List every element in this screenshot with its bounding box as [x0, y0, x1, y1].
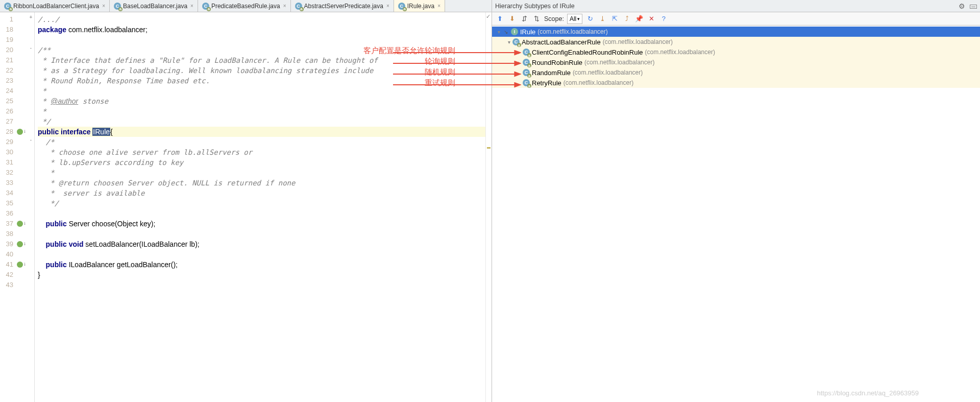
expand-toggle[interactable]: ▾ [495, 29, 502, 35]
java-class-icon: C [114, 3, 121, 10]
fold-column: +-- [28, 12, 35, 402]
gutter-marks [15, 12, 28, 402]
tree-row[interactable]: ▾CAbstractLoadBalancerRule(com.netflix.l… [492, 37, 980, 47]
implemented-icon[interactable] [17, 241, 23, 247]
implemented-icon[interactable] [17, 262, 23, 268]
export-icon[interactable]: ⤴ [622, 14, 631, 23]
interface-icon: I [511, 28, 518, 35]
supertypes-icon[interactable]: ⬇ [507, 14, 517, 23]
sort-icon[interactable]: ⇅ [532, 14, 541, 23]
gear-icon[interactable]: ⚙ [959, 2, 965, 10]
class-hierarchy-icon[interactable]: ⬆ [495, 14, 504, 23]
class-name: AbstractLoadBalancerRule [522, 38, 601, 46]
package-name: (com.netflix.loadbalancer) [537, 28, 607, 35]
refresh-icon[interactable]: ↻ [585, 14, 595, 23]
expand-toggle[interactable]: ▾ [505, 39, 512, 45]
class-name: IRule [520, 28, 535, 36]
expand-icon[interactable]: ⇱ [610, 14, 619, 23]
java-class-icon: C [202, 3, 209, 10]
scope-select[interactable]: All ▾ [567, 14, 582, 24]
package-name: (com.netflix.loadbalancer) [603, 38, 673, 45]
tab-label: IRule.java [407, 3, 434, 10]
tab-label: RibbonLoadBalancerClient.java [13, 3, 99, 10]
implemented-icon[interactable] [17, 129, 23, 135]
line-numbers: 1181920212223242526272829303132333435363… [0, 12, 15, 402]
fold-toggle[interactable]: - [28, 137, 34, 147]
tree-row[interactable]: ▸CClientConfigEnabledRoundRobinRule(com.… [492, 47, 980, 57]
warning-marker[interactable] [487, 147, 491, 149]
java-class-icon: C [4, 3, 11, 10]
class-name: RetryRule [532, 79, 561, 87]
hierarchy-pane: Hierarchy Subtypes of IRule ⚙ ⬆ ⬇ ⇵ ⇅ Sc… [492, 0, 980, 402]
java-class-icon: C [398, 3, 405, 10]
editor-tab[interactable]: CPredicateBasedRule.java× [198, 0, 291, 12]
close-tab-icon[interactable]: × [437, 3, 440, 9]
autoscroll-icon[interactable]: ⤓ [598, 14, 607, 23]
hierarchy-toolbar: ⬆ ⬇ ⇵ ⇅ Scope: All ▾ ↻ ⤓ ⇱ ⤴ 📌 ✕ ? [492, 12, 980, 26]
tree-row[interactable]: CRandomRule(com.netflix.loadbalancer) [492, 67, 980, 78]
hierarchy-title: Hierarchy Subtypes of IRule [495, 3, 575, 10]
scope-label: Scope: [544, 15, 564, 22]
editor-tab[interactable]: CAbstractServerPredicate.java× [291, 0, 394, 12]
class-name: RandomRule [532, 69, 571, 77]
java-class-icon: C [295, 3, 302, 10]
package-name: (com.netflix.loadbalancer) [564, 79, 633, 86]
class-name: RoundRobinRule [532, 59, 582, 66]
fold-toggle[interactable]: - [28, 45, 34, 55]
editor-tab[interactable]: CRibbonLoadBalancerClient.java× [0, 0, 110, 12]
class-icon: C [512, 38, 520, 45]
tab-label: BaseLoadBalancer.java [123, 3, 187, 10]
tree-row[interactable]: CRetryRule(com.netflix.loadbalancer) [492, 78, 980, 88]
close-tab-icon[interactable]: × [386, 3, 389, 9]
class-name: ClientConfigEnabledRoundRobinRule [532, 49, 643, 56]
tree-row[interactable]: ▾↘IIRule(com.netflix.loadbalancer) [492, 27, 980, 37]
hierarchy-tree: ▾↘IIRule(com.netflix.loadbalancer)▾CAbst… [492, 26, 980, 402]
tree-row[interactable]: ▸CRoundRobinRule(com.netflix.loadbalance… [492, 57, 980, 67]
subtypes-icon[interactable]: ⇵ [520, 14, 529, 23]
navigate-icon[interactable]: ↘ [502, 28, 509, 35]
hide-button[interactable] [970, 5, 977, 9]
nav-icon[interactable]: ✓ [486, 13, 491, 20]
editor-tab[interactable]: CIRule.java× [394, 0, 445, 12]
tab-label: PredicateBasedRule.java [211, 3, 280, 10]
close-tab-icon[interactable]: × [190, 3, 193, 9]
package-name: (com.netflix.loadbalancer) [584, 59, 654, 66]
close-tab-icon[interactable]: × [102, 3, 105, 9]
close-tab-icon[interactable]: × [283, 3, 286, 9]
pin-icon[interactable]: 📌 [634, 14, 644, 23]
tab-label: AbstractServerPredicate.java [304, 3, 383, 10]
package-name: (com.netflix.loadbalancer) [645, 49, 715, 56]
help-icon[interactable]: ? [659, 14, 668, 23]
package-name: (com.netflix.loadbalancer) [573, 69, 643, 76]
hierarchy-header: Hierarchy Subtypes of IRule ⚙ [492, 0, 980, 12]
close-icon[interactable]: ✕ [647, 14, 656, 23]
editor-tabs: CRibbonLoadBalancerClient.java×CBaseLoad… [0, 0, 492, 12]
fold-toggle[interactable]: + [28, 14, 34, 25]
implemented-icon[interactable] [17, 221, 23, 227]
editor-tab[interactable]: CBaseLoadBalancer.java× [110, 0, 198, 12]
